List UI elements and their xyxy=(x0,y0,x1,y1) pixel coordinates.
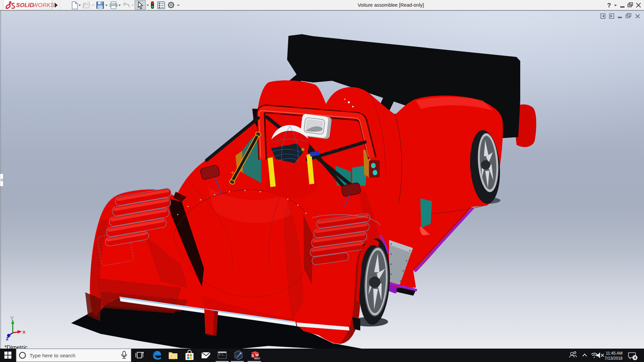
svg-text:S: S xyxy=(252,354,254,358)
svg-text:7/13/2018: 7/13/2018 xyxy=(605,356,623,361)
svg-text:C:\_: C:\_ xyxy=(219,353,225,356)
svg-text:4: 4 xyxy=(634,356,636,360)
svg-text:Type here to search: Type here to search xyxy=(30,353,75,358)
svg-text:*Dimetric: *Dimetric xyxy=(4,344,28,349)
svg-text:11:45 AM: 11:45 AM xyxy=(606,351,623,356)
svg-text:2017: 2017 xyxy=(254,357,260,360)
svg-text:W: W xyxy=(255,353,259,357)
